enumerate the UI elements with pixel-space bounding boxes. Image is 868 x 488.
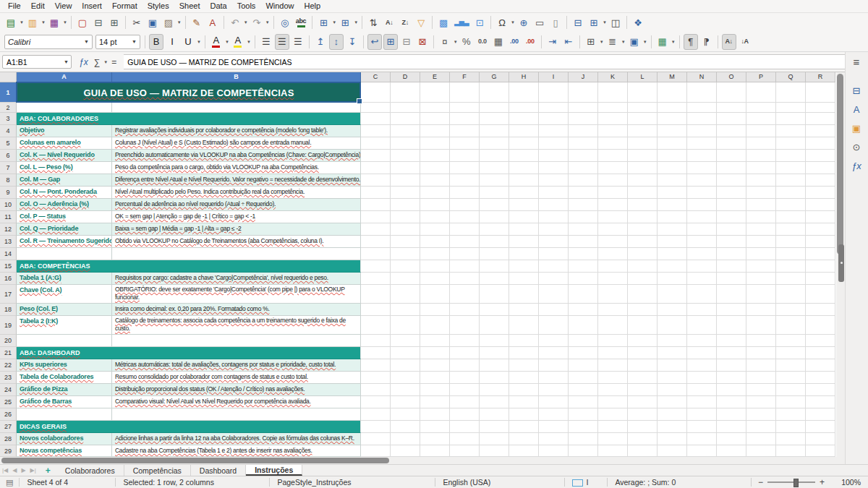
cell-empty[interactable]	[539, 421, 569, 433]
row-header-12[interactable]: 12	[0, 223, 17, 236]
cell-empty[interactable]	[687, 211, 717, 223]
cell-empty[interactable]	[687, 433, 717, 445]
cell-empty[interactable]	[420, 285, 450, 304]
cell-empty[interactable]	[628, 285, 658, 304]
cell-empty[interactable]	[361, 421, 391, 433]
cell-empty[interactable]	[420, 396, 450, 408]
cell-empty[interactable]	[539, 150, 569, 162]
cell-empty[interactable]	[420, 162, 450, 174]
cell-empty[interactable]	[391, 433, 420, 445]
cell-empty[interactable]	[569, 125, 598, 137]
column-header-R[interactable]: R	[806, 72, 835, 82]
insert-rows-button[interactable]: ⊞	[316, 14, 331, 30]
previous-sheet-button[interactable]: ◀	[10, 465, 19, 476]
cell-empty[interactable]	[776, 273, 806, 285]
cell-empty[interactable]	[776, 445, 806, 457]
cell-empty[interactable]	[687, 236, 717, 248]
column-header-O[interactable]: O	[717, 72, 746, 82]
cell-A5[interactable]: Colunas em amarelo	[17, 137, 112, 150]
cell-empty[interactable]	[598, 211, 628, 223]
cell-B14[interactable]	[112, 248, 361, 260]
cell-empty[interactable]	[687, 150, 717, 162]
cell-empty[interactable]	[569, 187, 598, 199]
cell-empty[interactable]	[776, 150, 806, 162]
cell-A23[interactable]: Tabela de Colaboradores	[17, 372, 112, 384]
sidebar-settings-icon[interactable]: ≡	[846, 52, 867, 71]
cell-empty[interactable]	[450, 433, 480, 445]
cell-empty[interactable]	[420, 187, 450, 199]
cell-empty[interactable]	[420, 335, 450, 347]
cell-empty[interactable]	[598, 347, 628, 359]
cell-empty[interactable]	[717, 433, 746, 445]
cell-empty[interactable]	[361, 187, 391, 199]
cell-empty[interactable]	[539, 384, 569, 396]
insert-mode-indicator[interactable]: I	[565, 478, 607, 487]
cell-A4[interactable]: Objetivo	[17, 125, 112, 137]
cell-empty[interactable]	[450, 316, 480, 335]
find-replace-button[interactable]: ◎	[278, 14, 292, 30]
next-sheet-button[interactable]: ▶	[19, 465, 27, 476]
cell-A19[interactable]: Tabela 2 (I:K)	[17, 316, 112, 335]
cell-empty[interactable]	[658, 113, 687, 125]
special-character-dropdown-icon[interactable]: ▼	[511, 20, 515, 25]
cell-empty[interactable]	[480, 187, 509, 199]
cell-empty[interactable]	[746, 248, 776, 260]
cell-empty[interactable]	[806, 82, 835, 103]
menu-insert[interactable]: Insert	[77, 0, 107, 12]
cell-empty[interactable]	[628, 445, 658, 457]
cell-empty[interactable]	[450, 187, 480, 199]
cell-empty[interactable]	[509, 384, 539, 396]
cell-empty[interactable]	[391, 199, 420, 211]
sidebar-grip-handle[interactable]	[838, 244, 844, 282]
cell-empty[interactable]	[361, 273, 391, 285]
cell-empty[interactable]	[391, 150, 420, 162]
cell-empty[interactable]	[450, 125, 480, 137]
cell-empty[interactable]	[569, 316, 598, 335]
cell-empty[interactable]	[776, 347, 806, 359]
cell-empty[interactable]	[687, 396, 717, 408]
align-top-button[interactable]: ↥	[313, 34, 328, 50]
cell-empty[interactable]	[509, 82, 539, 103]
cell-empty[interactable]	[420, 236, 450, 248]
cell-empty[interactable]	[806, 223, 835, 236]
cell-empty[interactable]	[598, 82, 628, 103]
cell-empty[interactable]	[480, 236, 509, 248]
cell-empty[interactable]	[361, 223, 391, 236]
cell-empty[interactable]	[658, 304, 687, 316]
cell-empty[interactable]	[746, 174, 776, 187]
open-folder-dropdown-icon[interactable]: ▼	[41, 20, 46, 25]
cell-empty[interactable]	[776, 187, 806, 199]
cell-B16[interactable]: Requisitos por cargo: cadastre a chave '…	[112, 273, 361, 285]
cell-empty[interactable]	[746, 347, 776, 359]
sort-descending-button[interactable]: Z↓	[398, 14, 412, 30]
cell-empty[interactable]	[509, 162, 539, 174]
spelling-button[interactable]: abc	[294, 14, 309, 30]
cell-empty[interactable]	[717, 304, 746, 316]
cell-empty[interactable]	[391, 372, 420, 384]
cell-empty[interactable]	[509, 199, 539, 211]
cell-empty[interactable]	[361, 260, 391, 273]
cell-empty[interactable]	[746, 162, 776, 174]
cell-A10[interactable]: Col. O — Aderência (%)	[17, 199, 112, 211]
cell-empty[interactable]	[361, 335, 391, 347]
cell-empty[interactable]	[806, 359, 835, 372]
cell-empty[interactable]	[420, 408, 450, 421]
cell-empty[interactable]	[746, 260, 776, 273]
cell-empty[interactable]	[717, 82, 746, 103]
align-bottom-button[interactable]: ↧	[345, 34, 359, 50]
cell-empty[interactable]	[391, 421, 420, 433]
cell-empty[interactable]	[420, 316, 450, 335]
cell-empty[interactable]	[569, 396, 598, 408]
cell-empty[interactable]	[717, 223, 746, 236]
cell-empty[interactable]	[687, 82, 717, 103]
cell-empty[interactable]	[658, 103, 687, 113]
column-header-E[interactable]: E	[420, 72, 450, 82]
cell-A29[interactable]: Novas competências	[17, 445, 112, 457]
cell-empty[interactable]	[628, 304, 658, 316]
first-sheet-button[interactable]: |◀	[0, 465, 10, 476]
cell-empty[interactable]	[746, 273, 776, 285]
cell-empty[interactable]	[539, 187, 569, 199]
cell-empty[interactable]	[598, 359, 628, 372]
cell-empty[interactable]	[628, 199, 658, 211]
row-header-19[interactable]: 19	[0, 316, 17, 335]
